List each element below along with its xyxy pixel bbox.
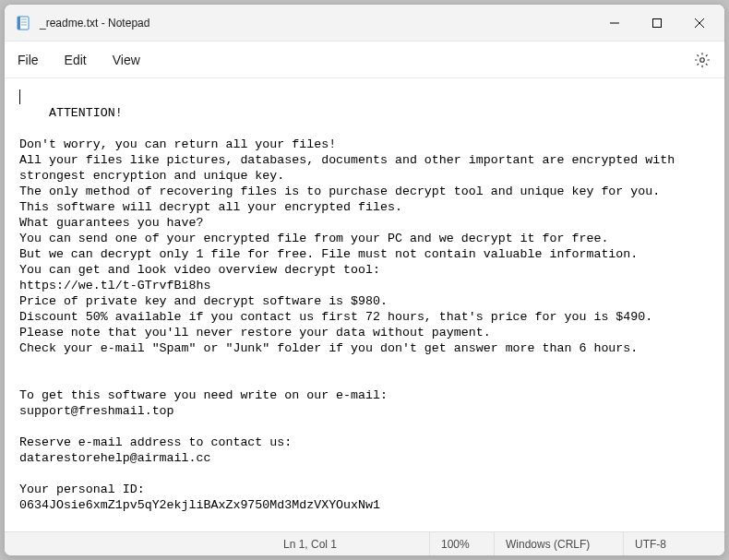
menu-edit[interactable]: Edit <box>65 53 87 67</box>
text-caret <box>19 89 20 104</box>
svg-rect-6 <box>653 18 662 27</box>
notepad-window: _readme.txt - Notepad File Edit View ATT… <box>4 4 725 556</box>
window-title: _readme.txt - Notepad <box>40 17 593 30</box>
menu-view[interactable]: View <box>113 53 140 67</box>
status-zoom[interactable]: 100% <box>429 532 494 555</box>
menubar: File Edit View <box>5 42 724 78</box>
svg-point-9 <box>700 57 705 62</box>
svg-rect-1 <box>18 17 20 30</box>
status-encoding: UTF-8 <box>623 532 724 555</box>
maximize-button[interactable] <box>636 5 678 41</box>
notepad-icon <box>16 16 30 30</box>
status-position: Ln 1, Col 1 <box>272 532 429 555</box>
window-controls <box>593 5 721 41</box>
settings-button[interactable] <box>693 51 711 69</box>
text-editor[interactable]: ATTENTION! Don't worry, you can return a… <box>5 78 724 531</box>
minimize-button[interactable] <box>593 5 636 41</box>
statusbar: Ln 1, Col 1 100% Windows (CRLF) UTF-8 <box>5 531 724 555</box>
titlebar[interactable]: _readme.txt - Notepad <box>5 5 724 42</box>
document-text: ATTENTION! Don't worry, you can return a… <box>19 106 682 512</box>
close-button[interactable] <box>678 5 721 41</box>
status-line-ending: Windows (CRLF) <box>494 532 623 555</box>
menu-file[interactable]: File <box>18 53 39 67</box>
